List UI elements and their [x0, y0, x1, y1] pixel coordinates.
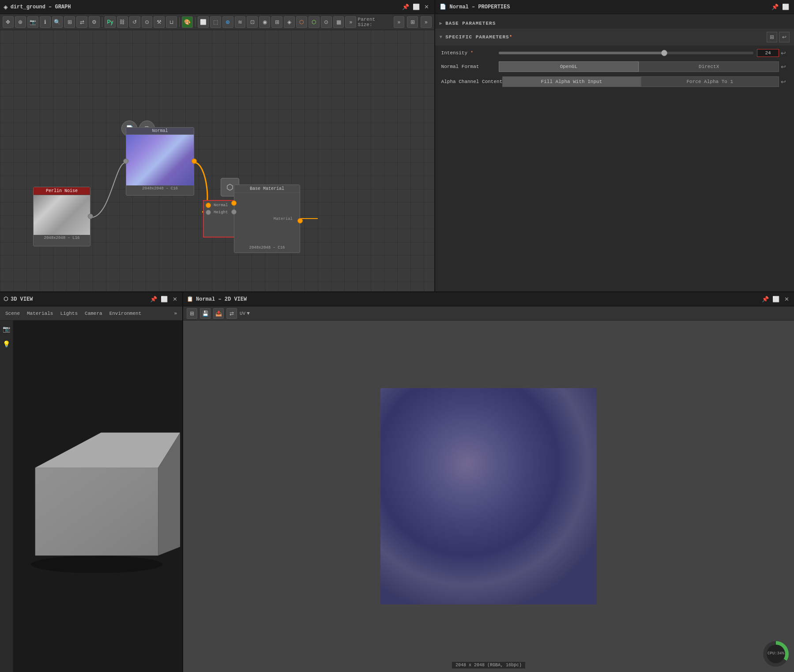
intensity-slider-track[interactable] — [499, 52, 753, 54]
view-2d-icon: 📋 — [187, 296, 193, 302]
view-3d-canvas[interactable] — [13, 321, 182, 672]
tb-link-btn[interactable]: ⛓ — [117, 16, 128, 28]
tb-img9-btn[interactable]: ⬡ — [296, 16, 307, 28]
view-2d-close-btn[interactable]: ✕ — [783, 295, 790, 303]
toolbar-camera[interactable]: Camera — [83, 310, 104, 317]
subnode-height-output-port[interactable] — [206, 210, 211, 215]
view-3d-close-btn[interactable]: ✕ — [171, 295, 179, 303]
view-2d-status: 2048 x 2048 (RGBA, 16bpc) — [452, 662, 525, 668]
tb-img6-btn[interactable]: ◉ — [259, 16, 270, 28]
view-2d-maximize-btn[interactable]: ⬜ — [772, 295, 780, 303]
tb-img10-btn[interactable]: ⬡ — [309, 16, 320, 28]
normal-format-btn-group: OpenGL DirectX — [499, 61, 779, 72]
view-2d-content[interactable]: 2048 x 2048 (RGBA, 16bpc) CPU:34% — [183, 321, 794, 672]
graph-maximize-btn[interactable]: ⬜ — [412, 3, 420, 11]
intensity-reset-btn[interactable]: ↩ — [779, 49, 788, 57]
node-base-material-size: 2048x2048 – C16 — [234, 245, 300, 251]
tb-color-btn[interactable]: 🎨 — [182, 16, 193, 28]
format-directx-btn[interactable]: DirectX — [639, 61, 779, 72]
tb-export-btn[interactable]: ⊔ — [166, 16, 177, 28]
graph-extra-btn[interactable]: » — [421, 16, 432, 28]
tb-zoom-btn[interactable]: 🔍 — [52, 16, 63, 28]
tb-img8-btn[interactable]: ◈ — [284, 16, 295, 28]
tb-img7-btn[interactable]: ⊞ — [271, 16, 282, 28]
tb-settings-btn[interactable]: ⚒ — [154, 16, 165, 28]
graph-canvas[interactable]: 📄 ⧉ Perlin Noise 2048x2048 – L16 Normal … — [0, 30, 434, 291]
tb-history-btn[interactable]: ↺ — [129, 16, 140, 28]
view-2d-fit-btn[interactable]: ⊞ — [187, 308, 197, 319]
side-light-icon[interactable]: 💡 — [2, 339, 11, 349]
tb-move-btn[interactable]: ✥ — [3, 16, 14, 28]
uv-label-text: UV — [240, 311, 245, 316]
tb-img3-btn[interactable]: ⊛ — [222, 16, 233, 28]
node-normal-preview — [126, 135, 194, 185]
normal-format-reset-btn[interactable]: ↩ — [779, 63, 788, 70]
props-titlebar: 📄 Normal – PROPERTIES 📌 ⬜ — [435, 0, 794, 14]
view-2d-image — [380, 388, 597, 604]
format-opengl-btn[interactable]: OpenGL — [499, 61, 639, 72]
node-normal-output-port[interactable] — [192, 159, 197, 164]
tb-img11-btn[interactable]: ⊙ — [321, 16, 332, 28]
tb-bake-btn[interactable]: ⊙ — [142, 16, 153, 28]
view-2d-export-btn[interactable]: 📤 — [213, 308, 224, 319]
view-3d-maximize-btn[interactable]: ⬜ — [160, 295, 168, 303]
uv-dropdown-icon[interactable]: ▼ — [247, 311, 250, 316]
tb-img1-btn[interactable]: ⬜ — [198, 16, 209, 28]
node-normal-size: 2048x2048 – C16 — [126, 185, 194, 192]
toolbar-materials[interactable]: Materials — [25, 310, 55, 317]
tb-python-btn[interactable]: Py — [105, 16, 116, 28]
graph-pin-btn[interactable]: 📌 — [402, 3, 410, 11]
view-2d-save-btn[interactable]: 💾 — [200, 308, 211, 319]
alpha-channel-reset-btn[interactable]: ↩ — [779, 78, 788, 85]
toolbar-scene[interactable]: Scene — [4, 310, 22, 317]
side-camera-icon[interactable]: 📷 — [2, 324, 11, 334]
view-3d-toolbar: Scene Materials Lights Camera Environmen… — [0, 306, 182, 321]
intensity-value-input[interactable] — [757, 49, 779, 57]
intensity-slider-thumb[interactable] — [661, 50, 667, 56]
node-bm-output-port[interactable] — [297, 218, 303, 223]
node-perlin-output-port[interactable] — [88, 214, 93, 219]
toolbar-more[interactable]: » — [172, 310, 179, 317]
parent-size-expand-btn[interactable]: » — [394, 16, 405, 28]
toolbar-lights[interactable]: Lights — [58, 310, 79, 317]
view-2d-share-btn[interactable]: ⇄ — [226, 308, 237, 319]
tb-fit-btn[interactable]: ⊞ — [64, 16, 75, 28]
tb-info-btn[interactable]: ℹ — [40, 16, 51, 28]
node-bm-input1-port[interactable] — [231, 200, 237, 206]
svg-rect-7 — [380, 388, 597, 604]
view-3d-pin-btn[interactable]: 📌 — [150, 295, 158, 303]
specific-params-btn2[interactable]: ↩ — [779, 32, 790, 42]
tb-expand-btn[interactable]: » — [345, 16, 356, 28]
alpha-btn-group: Fill Alpha With Input Force Alpha To 1 — [502, 76, 779, 87]
tb-share-btn[interactable]: ⇄ — [76, 16, 87, 28]
normal-format-label: Normal Format — [441, 64, 499, 69]
tb-img5-btn[interactable]: ⊡ — [247, 16, 258, 28]
section-base-params[interactable]: ▶ BASE PARAMETERS — [435, 18, 794, 29]
tb-img4-btn[interactable]: ≋ — [235, 16, 246, 28]
toolbar-environment[interactable]: Environment — [108, 310, 143, 317]
specific-params-asterisk: * — [509, 34, 513, 40]
view-toggle-btn[interactable]: ⊞ — [407, 16, 418, 28]
tb-img12-btn[interactable]: ▦ — [333, 16, 344, 28]
graph-close-btn[interactable]: ✕ — [423, 3, 431, 11]
tb-camera-btn[interactable]: 📷 — [27, 16, 38, 28]
node-normal-input-port[interactable] — [123, 159, 128, 164]
node-perlin[interactable]: Perlin Noise 2048x2048 – L16 — [33, 187, 90, 246]
node-base-material[interactable]: Base Material Material 2048x2048 – C16 — [234, 185, 300, 253]
subnode-height-label: Height — [214, 210, 228, 215]
tb-img2-btn[interactable]: ⬚ — [210, 16, 221, 28]
node-normal[interactable]: Normal 2048x2048 – C16 — [126, 127, 194, 196]
subnode-normal-output-port[interactable] — [206, 203, 211, 208]
props-maximize-btn[interactable]: ⬜ — [782, 3, 790, 11]
view-2d-pin-btn[interactable]: 📌 — [761, 295, 769, 303]
specific-params-btn1[interactable]: ⊞ — [767, 32, 777, 42]
alpha-force-btn[interactable]: Force Alpha To 1 — [641, 76, 779, 87]
intensity-slider-container — [499, 49, 779, 57]
section-specific-params[interactable]: ▼ SPECIFIC PARAMETERS * ⊞ ↩ — [435, 29, 794, 45]
uv-label-container: UV ▼ — [240, 311, 250, 316]
props-pin-btn[interactable]: 📌 — [771, 3, 779, 11]
tb-pan-btn[interactable]: ⊕ — [15, 16, 26, 28]
alpha-fill-btn[interactable]: Fill Alpha With Input — [502, 76, 640, 87]
node-bm-input2-port[interactable] — [231, 209, 237, 215]
tb-tools-btn[interactable]: ⚙ — [89, 16, 100, 28]
